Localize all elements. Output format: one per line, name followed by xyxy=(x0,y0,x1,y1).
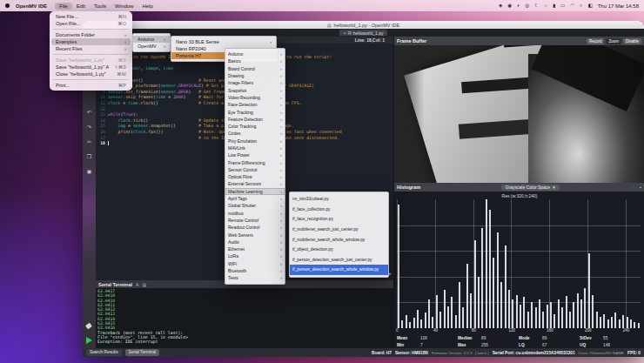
battery-icon[interactable]: ▮ xyxy=(553,3,555,8)
menu-item-label: nn_stm32cubeai.py xyxy=(292,197,386,201)
cut-icon[interactable]: ✂ xyxy=(83,139,96,145)
tab-close-icon[interactable]: × xyxy=(344,30,346,36)
menu-item-nano-33-ble-sense[interactable]: Nano 33 BLE Sense› xyxy=(171,38,276,45)
menu-item-global-shutter[interactable]: Global Shutter› xyxy=(225,202,285,209)
menu-item-drawing[interactable]: Drawing› xyxy=(225,72,285,79)
menu-item-board-control[interactable]: Board Control› xyxy=(225,65,285,72)
copy-icon[interactable]: ❐ xyxy=(83,154,96,160)
search-icon[interactable]: ○ xyxy=(580,3,582,8)
menu-item-tf-mobilenet-search-just-center-py[interactable]: tf_mobilenet_search_just_center.py xyxy=(290,225,388,235)
menu-item-face-detection[interactable]: Face Detection› xyxy=(225,101,285,108)
menu-item-modbus[interactable]: modbus› xyxy=(225,210,285,217)
menu-item-new-file[interactable]: New File...⌘N xyxy=(51,13,131,20)
menubar-menu-window[interactable]: Window xyxy=(111,3,138,10)
menu-item-remote-control[interactable]: Remote Control› xyxy=(225,217,285,224)
loom-icon[interactable]: ◉ xyxy=(507,3,512,8)
menu-item-image-filters[interactable]: Image Filters› xyxy=(225,79,285,86)
submenu-arrow-icon: › xyxy=(280,145,282,151)
moon-icon[interactable]: ☾ xyxy=(534,3,539,8)
panel-collapse-arrow-icon[interactable]: ▸ xyxy=(389,271,392,276)
menu-item-april-tags[interactable]: April Tags› xyxy=(225,195,285,202)
control-center-icon[interactable]: ◧ xyxy=(587,3,592,8)
menu-item-arduino[interactable]: Arduino› xyxy=(133,36,170,43)
menu-item-snapshot[interactable]: Snapshot› xyxy=(225,86,285,93)
serial-terminal-output[interactable]: 62.041762.041862.041962.041162.041262.04… xyxy=(96,288,393,348)
menu-item-low-power[interactable]: Low Power› xyxy=(225,151,285,158)
wifi-icon[interactable]: ◠ xyxy=(570,3,574,8)
menu-bar-clock[interactable]: Thu 17 Mar 14:58 xyxy=(598,3,639,9)
menu-item-eye-tracking[interactable]: Eye Tracking› xyxy=(225,108,285,115)
menu-item-web-servers[interactable]: Web Servers› xyxy=(225,231,285,238)
frame-buffer-image[interactable] xyxy=(393,45,644,183)
menu-item-save-helloworld-1-py[interactable]: Save "helloworld_1.py"⌘S xyxy=(51,57,131,64)
menu-item-print[interactable]: Print...⌘P xyxy=(51,82,131,89)
menu-item-documents-folder[interactable]: Documents Folder› xyxy=(51,31,131,38)
menu-item-bluetooth[interactable]: Bluetooth› xyxy=(225,267,285,274)
menubar-menu-edit[interactable]: Edit xyxy=(72,3,90,10)
color-space-dropdown[interactable]: Grayscale Color Space ▾ xyxy=(501,185,560,191)
menu-item-feature-detection[interactable]: Feature Detection› xyxy=(225,116,285,123)
pin-icon[interactable]: ▪ xyxy=(640,185,641,190)
headphones-icon[interactable]: ∩ xyxy=(544,3,547,8)
menu-item-open-file[interactable]: Open File...⌘O xyxy=(51,20,131,27)
window-title-bar[interactable]: ▤ helloworld_1.py - OpenMV IDE xyxy=(83,21,644,29)
menu-item-basics[interactable]: Basics› xyxy=(225,57,285,64)
menu-item-tests[interactable]: Tests› xyxy=(225,274,285,281)
menu-item-examples[interactable]: Examples› xyxy=(51,38,131,45)
tab-serial-terminal[interactable]: Serial Terminal xyxy=(125,349,160,356)
menu-item-tf-person-detection-search-whole-window-py[interactable]: tf_person_detection_search_whole_window.… xyxy=(290,265,388,275)
menu-item-wifi[interactable]: WiFi› xyxy=(225,260,285,267)
menu-item-external-sensors[interactable]: External Sensors› xyxy=(225,180,285,187)
stat-value: 148 xyxy=(603,343,610,347)
menu-item-tf-face-recognition-py[interactable]: tf_face_recognition.py xyxy=(290,214,388,225)
menu-item-close-helloworld-1-py[interactable]: Close "helloworld_1.py"⌘W xyxy=(51,71,131,77)
menu-item-ethernet[interactable]: Ethernet› xyxy=(225,245,285,252)
menubar-menu-help[interactable]: Help xyxy=(138,3,157,10)
menu-item-color-tracking[interactable]: Color Tracking› xyxy=(225,123,285,130)
menu-item-tf-person-detection-search-just-center-py[interactable]: tf_person_detection_search_just_center.p… xyxy=(290,255,388,266)
serial-port-label[interactable]: Serial Port: cu.usbmodem315A346531301 xyxy=(493,351,575,355)
menubar-menu-file[interactable]: File xyxy=(55,3,72,10)
menu-item-audio[interactable]: Audio› xyxy=(225,239,285,245)
record-icon[interactable]: ◎ xyxy=(525,3,529,8)
menu-item-nn-stm32cubeai-py[interactable]: nn_stm32cubeai.py xyxy=(290,194,388,205)
font-size-icon[interactable]: A xyxy=(136,282,138,287)
menu-item-lora[interactable]: LoRa› xyxy=(225,252,285,259)
menu-item-recent-files[interactable]: Recent Files› xyxy=(51,45,131,52)
disable-button[interactable]: Disable xyxy=(623,38,641,44)
menu-item-label: tf_mobilenet_search_just_center.py xyxy=(292,227,386,232)
menu-item-tf-mobilenet-search-whole-window-py[interactable]: tf_mobilenet_search_whole_window.py xyxy=(290,234,388,245)
menu-item-arduino[interactable]: Arduino› xyxy=(225,50,285,57)
display-icon[interactable]: ▭ xyxy=(560,3,565,8)
menu-item-optical-flow[interactable]: Optical Flow› xyxy=(225,173,285,180)
menu-item-mavlink[interactable]: MAVLink› xyxy=(225,145,285,151)
tab-helloworld[interactable]: × ▤ helloworld_1.py xyxy=(339,30,388,36)
menu-item-tf-face-collection-py[interactable]: tf_face_collection.py xyxy=(290,205,388,215)
half-circle-icon[interactable]: ◐ xyxy=(517,3,520,8)
apple-menu-icon[interactable] xyxy=(5,3,10,8)
menu-item-sensor-control[interactable]: Sensor Control› xyxy=(225,166,285,173)
redo-icon[interactable]: ↷ xyxy=(83,124,96,131)
zoom-button[interactable]: Zoom xyxy=(606,38,621,44)
menu-item-pixy-emulation[interactable]: Pixy Emulation› xyxy=(225,138,285,145)
shield-icon[interactable]: ◈ xyxy=(499,3,502,8)
undo-icon[interactable]: ↶ xyxy=(83,110,96,116)
menu-item-codes[interactable]: Codes› xyxy=(225,130,285,137)
code-token: True xyxy=(123,112,133,117)
menu-item-frame-differencing[interactable]: Frame Differencing› xyxy=(225,158,285,165)
menubar-menu-tools[interactable]: Tools xyxy=(90,3,111,10)
menu-item-save-helloworld-1-py-as[interactable]: Save "helloworld_1.py" As...⇧⌘S xyxy=(51,64,131,71)
menu-item-label: External Sensors xyxy=(228,181,277,186)
menu-item-readout-control[interactable]: Readout Control› xyxy=(225,224,285,231)
menu-item-machine-learning[interactable]: Machine Learning› xyxy=(225,188,285,195)
menu-item-tf-object-detection-py[interactable]: tf_object_detection.py xyxy=(290,245,388,255)
menu-item-video-recording[interactable]: Video Recording› xyxy=(225,94,285,101)
record-button[interactable]: Record xyxy=(587,38,605,44)
app-name[interactable]: OpenMV IDE xyxy=(16,3,47,9)
tab-search-results[interactable]: Search Results xyxy=(86,349,122,356)
connect-icon[interactable] xyxy=(85,323,92,330)
run-script-button[interactable] xyxy=(86,337,92,344)
save-log-icon[interactable]: ▤ xyxy=(142,282,146,287)
paste-icon[interactable]: ▣ xyxy=(83,169,96,175)
menu-item-openmv[interactable]: OpenMV› xyxy=(133,43,170,50)
